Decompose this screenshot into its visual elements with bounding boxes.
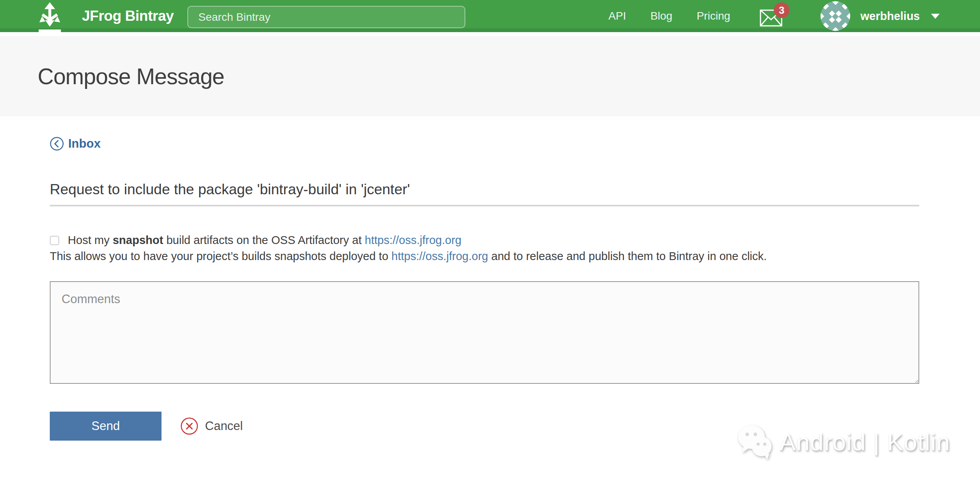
message-subject: Request to include the package 'bintray-… (50, 181, 919, 198)
host-option-text-after: build artifacts on the OSS Artifactory a… (163, 234, 365, 246)
nav-blog[interactable]: Blog (650, 10, 672, 22)
host-option-text: Host my (68, 234, 113, 246)
host-snapshot-checkbox[interactable] (50, 236, 59, 245)
top-nav: API Blog Pricing (608, 0, 730, 32)
compose-form: Inbox Request to include the package 'bi… (50, 116, 919, 441)
host-description-row: This allows you to have your project’s b… (50, 248, 919, 264)
nav-pricing[interactable]: Pricing (697, 10, 730, 22)
oss-jfrog-link-2[interactable]: https://oss.jfrog.org (392, 250, 488, 262)
send-button[interactable]: Send (50, 412, 162, 441)
back-to-inbox-link[interactable]: Inbox (50, 137, 101, 151)
back-link-label: Inbox (68, 137, 101, 151)
brand-title[interactable]: JFrog Bintray (82, 0, 174, 32)
avatar-identicon (820, 1, 850, 31)
host-description-text: This allows you to have your project’s b… (50, 250, 392, 262)
nav-api[interactable]: API (608, 10, 626, 22)
host-option-block: Host my snapshot build artifacts on the … (50, 232, 919, 264)
cancel-label: Cancel (205, 419, 243, 433)
comments-textarea[interactable] (50, 281, 919, 384)
bintray-logo-icon[interactable] (37, 2, 62, 34)
cancel-x-circle-icon (180, 417, 198, 435)
host-option-row: Host my snapshot build artifacts on the … (50, 232, 919, 248)
cancel-button[interactable]: Cancel (180, 417, 243, 435)
oss-jfrog-link[interactable]: https://oss.jfrog.org (365, 234, 462, 246)
messages-button[interactable]: 3 (760, 9, 799, 33)
page-header-band: Compose Message (0, 36, 980, 116)
header-bar: JFrog Bintray API Blog Pricing 3 (0, 0, 980, 32)
chevron-down-icon (931, 14, 940, 19)
account-menu[interactable]: werbhelius (820, 0, 940, 32)
messages-count-badge: 3 (774, 2, 789, 18)
search-input[interactable] (187, 6, 465, 28)
chevron-left-circle-icon (50, 137, 64, 151)
host-option-bold-text: snapshot (113, 234, 163, 246)
form-actions: Send Cancel (50, 412, 919, 441)
username-label: werbhelius (860, 10, 920, 23)
divider (50, 205, 919, 206)
host-description-text-after: and to release and publish them to Bintr… (488, 250, 767, 262)
page-title: Compose Message (38, 63, 224, 89)
